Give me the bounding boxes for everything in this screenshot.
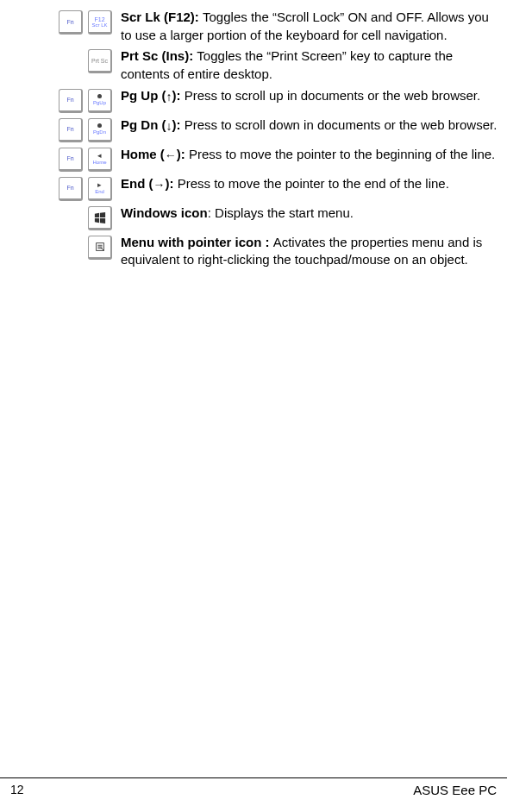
pgup-key-icon: PgUp [88,89,112,113]
shortcut-desc: Pg Dn (↓): Press to scroll down in docum… [121,116,507,135]
shortcut-title: Prt Sc (Ins): [121,48,197,63]
shortcut-title: Windows icon [121,205,208,220]
footer-brand: ASUS Eee PC [413,782,497,800]
key-icons [0,234,121,260]
shortcut-text: Displays the start menu. [215,205,354,220]
fn-key-icon: Fn [59,10,83,35]
key-icons: Fn PgUp [0,87,121,113]
shortcut-desc: Home (←): Press to move the pointer to t… [121,146,507,164]
shortcut-row: Fn PgDn Pg Dn (↓): Press to scroll down … [0,116,507,142]
fn-key-icon: Fn [59,148,83,172]
shortcut-title: End (→): [121,176,178,191]
shortcut-title: Menu with pointer icon : [121,235,273,249]
prtsc-key-icon: Prt Sc [88,49,112,73]
page-number: 12 [10,782,24,798]
down-arrow-icon: ↓ [166,120,172,132]
shortcut-row: Fn PgUp Pg Up (↑): Press to scroll up in… [0,87,507,113]
shortcut-desc: Prt Sc (Ins): Toggles the “Print Screen”… [121,47,507,83]
shortcut-row: Fn ▸ End End (→): Press to move the poin… [0,175,507,201]
shortcut-desc: Pg Up (↑): Press to scroll up in documen… [121,87,507,105]
up-arrow-icon: ↑ [166,91,172,103]
shortcut-text: Press to scroll up in documents or the w… [185,88,481,103]
key-icons: Fn F12 Scr LK [0,9,121,35]
f12-key-icon: F12 Scr LK [88,10,112,35]
key-icons: Fn ◂ Home [0,146,121,172]
shortcut-row: Menu with pointer icon : Activates the p… [0,234,507,269]
shortcut-row: Fn ◂ Home Home (←): Press to move the po… [0,146,507,172]
shortcut-desc: Menu with pointer icon : Activates the p… [121,234,507,269]
shortcut-desc: Windows icon: Displays the start menu. [121,205,507,223]
shortcut-title: Pg Dn (↓): [121,117,185,132]
shortcut-row: Windows icon: Displays the start menu. [0,205,507,230]
right-arrow-icon: → [153,179,166,191]
key-icons: Prt Sc [0,47,121,73]
key-icons: Fn ▸ End [0,175,121,201]
fn-key-icon: Fn [59,118,83,142]
fn-key-icon: Fn [59,89,83,113]
shortcut-row: Fn F12 Scr LK Scr Lk (F12): Toggles the … [0,9,507,44]
left-arrow-icon: ← [165,149,177,161]
shortcut-text: Press to move the pointer to the end of … [178,176,449,191]
page-content: Fn F12 Scr LK Scr Lk (F12): Toggles the … [0,0,507,269]
shortcut-text: Press to move the pointer to the beginni… [189,147,495,161]
shortcut-title: Home (←): [121,147,189,161]
key-icons: Fn PgDn [0,116,121,142]
shortcut-desc: End (→): Press to move the pointer to th… [121,175,507,193]
shortcut-title: Pg Up (↑): [121,88,185,103]
shortcut-title: Scr Lk (F12): [121,9,203,24]
page-footer: 12 ASUS Eee PC [0,777,507,800]
pgdn-key-icon: PgDn [88,118,112,142]
key-icons [0,205,121,230]
home-key-icon: ◂ Home [88,148,112,172]
shortcut-desc: Scr Lk (F12): Toggles the “Scroll Lock” … [121,9,507,44]
shortcut-text: Press to scroll down in documents or the… [185,117,498,132]
shortcut-row: Prt Sc Prt Sc (Ins): Toggles the “Print … [0,47,507,83]
end-key-icon: ▸ End [88,177,112,201]
menu-key-icon [88,236,112,260]
windows-key-icon [88,206,112,230]
fn-key-icon: Fn [59,177,83,201]
